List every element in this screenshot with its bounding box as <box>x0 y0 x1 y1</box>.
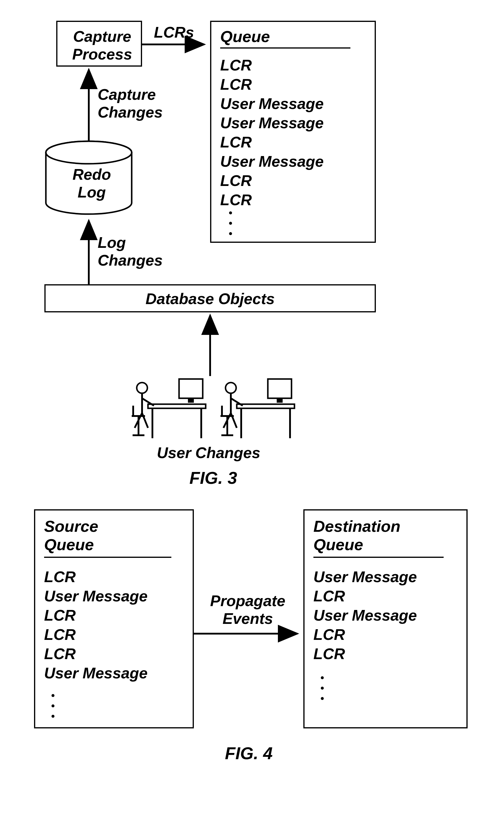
source-queue-title: Source Queue <box>44 517 184 554</box>
list-item: LCR <box>313 587 458 606</box>
list-item: User Message <box>44 664 184 683</box>
fig4-caption: FIG. 4 <box>225 743 272 763</box>
destination-queue-title: Destination Queue <box>313 517 458 554</box>
svg-rect-6 <box>179 379 203 398</box>
list-item: LCR <box>313 625 458 644</box>
list-item: LCR <box>220 75 366 94</box>
source-queue-underline <box>44 557 171 558</box>
ellipsis-dot <box>229 211 232 214</box>
list-item: LCR <box>220 56 366 75</box>
svg-rect-18 <box>237 404 295 408</box>
capture-changes-label: Capture Changes <box>98 86 163 121</box>
ellipsis-dot <box>229 222 232 225</box>
ellipsis-dot <box>321 697 324 700</box>
svg-point-11 <box>137 383 147 393</box>
arrow-user-changes <box>204 312 216 378</box>
list-item: LCR <box>313 644 458 664</box>
queue-title-underline <box>220 47 350 49</box>
database-objects-box: Database Objects <box>44 284 376 312</box>
redo-log-label: Redo Log <box>72 166 111 201</box>
fig3-caption: FIG. 3 <box>189 468 237 488</box>
arrow-log-changes <box>83 217 95 286</box>
capture-process-label: Capture Process <box>72 28 132 63</box>
queue-title: Queue <box>220 27 366 46</box>
propagate-events-label: Propagate Events <box>210 592 285 628</box>
ellipsis-dot <box>321 687 324 690</box>
source-queue-box: Source Queue LCRUser MessageLCRLCRLCRUse… <box>34 509 194 728</box>
capture-process-box: Capture Process <box>56 21 142 66</box>
list-item: LCR <box>220 171 366 190</box>
list-item: LCR <box>44 644 184 664</box>
svg-point-3 <box>46 141 132 164</box>
svg-rect-8 <box>148 404 206 408</box>
list-item: User Message <box>313 606 458 625</box>
ellipsis-dot <box>229 232 232 235</box>
database-objects-label: Database Objects <box>46 290 375 308</box>
list-item: User Message <box>220 152 366 171</box>
user-changes-label: User Changes <box>157 444 260 462</box>
ellipsis-dot <box>51 715 54 718</box>
page: Capture Process LCRs Queue LCRLCRUser Me… <box>0 0 504 827</box>
lcrs-label: LCRs <box>154 24 194 42</box>
list-item: User Message <box>220 94 366 113</box>
svg-rect-7 <box>188 398 194 403</box>
list-item: LCR <box>44 567 184 587</box>
svg-rect-17 <box>277 398 283 403</box>
ellipsis-dot <box>51 694 54 697</box>
list-item: LCR <box>44 606 184 625</box>
queue-box: Queue LCRLCRUser MessageUser MessageLCRU… <box>210 21 376 243</box>
list-item: User Message <box>313 567 458 587</box>
destination-queue-underline <box>313 557 444 558</box>
arrow-propagate-events <box>194 628 303 640</box>
user-desk-icon <box>130 378 207 443</box>
arrow-capture-changes <box>83 66 95 141</box>
svg-point-21 <box>225 383 236 393</box>
list-item: LCR <box>220 133 366 152</box>
svg-rect-16 <box>268 379 292 398</box>
destination-queue-list: User MessageLCRUser MessageLCRLCR <box>313 567 458 664</box>
ellipsis-dot <box>51 704 54 708</box>
ellipsis-dot <box>321 676 324 679</box>
list-item: LCR <box>220 190 366 210</box>
list-item: User Message <box>44 587 184 606</box>
queue-list: LCRLCRUser MessageUser MessageLCRUser Me… <box>220 56 366 210</box>
log-changes-label: Log Changes <box>98 234 163 270</box>
destination-queue-box: Destination Queue User MessageLCRUser Me… <box>303 509 468 728</box>
user-desk-icon <box>219 378 296 443</box>
list-item: LCR <box>44 625 184 644</box>
source-queue-list: LCRUser MessageLCRLCRLCRUser Message <box>44 567 184 683</box>
list-item: User Message <box>220 113 366 133</box>
